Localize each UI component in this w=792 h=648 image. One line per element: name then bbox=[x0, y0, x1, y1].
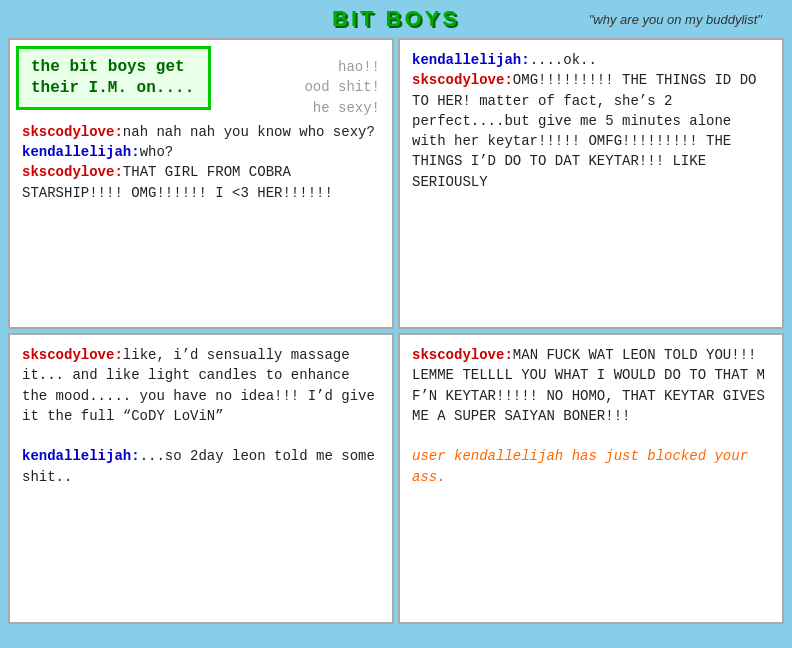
user-skscodylove-2: skscodylove: bbox=[22, 164, 123, 180]
panel-tl-chat: skscodylove:nah nah nah you know who sex… bbox=[22, 122, 380, 203]
user-kendallelijah-2: kendallelijah: bbox=[412, 52, 530, 68]
panel-br-chat: skscodylove:MAN FUCK WAT LEON TOLD YOU!!… bbox=[412, 345, 770, 487]
user-skscodylove-4: skscodylove: bbox=[22, 347, 123, 363]
overlay-box: the bit boys get their I.M. on.... bbox=[16, 46, 211, 110]
panel-bottom-left: skscodylove:like, i’d sensually massage … bbox=[8, 333, 394, 624]
panel-top-left: the bit boys get their I.M. on.... hao!!… bbox=[8, 38, 394, 329]
user-skscodylove-1: skscodylove: bbox=[22, 124, 123, 140]
user-skscodylove-3: skscodylove: bbox=[412, 72, 513, 88]
panel-top-right: kendallelijah:....ok.. skscodylove:OMG!!… bbox=[398, 38, 784, 329]
user-skscodylove-5: skscodylove: bbox=[412, 347, 513, 363]
user-kendallelijah-3: kendallelijah: bbox=[22, 448, 140, 464]
panel-tr-chat: kendallelijah:....ok.. skscodylove:OMG!!… bbox=[412, 50, 770, 192]
tagline: "why are you on my buddylist" bbox=[589, 12, 762, 27]
panel-bl-chat: skscodylove:like, i’d sensually massage … bbox=[22, 345, 380, 487]
main-grid: the bit boys get their I.M. on.... hao!!… bbox=[6, 36, 786, 626]
panel-bottom-right: skscodylove:MAN FUCK WAT LEON TOLD YOU!!… bbox=[398, 333, 784, 624]
site-title: BIT BOYS bbox=[332, 6, 460, 32]
overlay-text: the bit boys get their I.M. on.... bbox=[31, 57, 196, 99]
header: BIT BOYS "why are you on my buddylist" bbox=[0, 0, 792, 36]
user-kendallelijah-1: kendallelijah: bbox=[22, 144, 140, 160]
blocked-message: user kendallelijah has just blocked your… bbox=[412, 448, 748, 484]
